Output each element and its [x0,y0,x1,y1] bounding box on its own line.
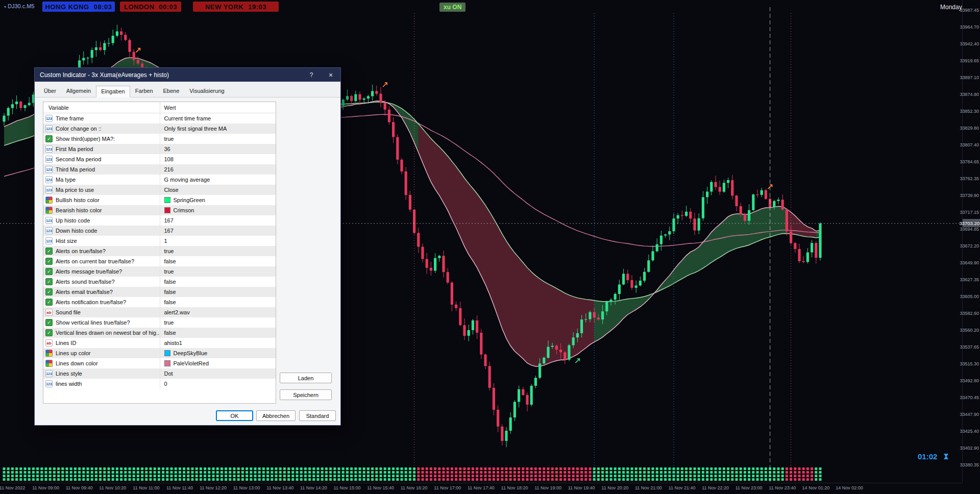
param-value[interactable]: true [160,134,276,144]
dialog-titlebar[interactable]: Custom Indicator - 3x Xuma(eAverages + h… [35,68,340,82]
close-icon[interactable]: × [322,68,339,82]
param-value[interactable]: Dot [160,368,276,379]
param-row[interactable]: ✓Show third(upper) MA?:true [43,134,276,144]
param-row[interactable]: ✓Alerts email true/false?false [43,287,276,297]
param-value[interactable]: 0 [160,379,276,389]
param-value[interactable]: true [160,246,276,256]
param-value[interactable]: Current time frame [160,113,276,124]
save-button[interactable]: Speichern [280,389,332,400]
param-row[interactable]: ✓Alerts message true/false?true [43,266,276,277]
param-row[interactable]: 123Time frameCurrent time frame [43,113,276,124]
param-row[interactable]: ✓Alerts notification true/false?false [43,297,276,307]
param-row[interactable]: ✓Alerts on true/false?true [43,246,276,256]
param-value[interactable]: SpringGreen [160,195,276,205]
param-value[interactable]: false [160,297,276,307]
xu-toggle-button[interactable]: xu ON [439,3,465,12]
param-value[interactable]: true [160,317,276,328]
param-value[interactable]: 167 [160,226,276,236]
param-row[interactable]: 123Hist size1 [43,236,276,246]
bool-type-icon: ✓ [45,288,53,295]
price-axis-label: 33964.70 [960,24,979,30]
time-axis-label: 11 Nov 2022 [0,485,25,490]
hourglass-icon [943,453,949,462]
price-axis-label: 33919.65 [960,58,979,63]
param-row[interactable]: 123Lines styleDot [43,368,276,379]
load-button[interactable]: Laden [280,373,332,383]
bool-type-icon: ✓ [45,278,53,285]
cancel-button[interactable]: Abbrechen [256,410,296,421]
param-value[interactable]: 108 [160,154,276,164]
param-row[interactable]: 123Third Ma period216 [43,164,276,175]
tab-ebene[interactable]: Ebene [158,85,185,97]
param-value[interactable]: PaleVioletRed [160,358,276,368]
param-row[interactable]: Lines up colorDeepSkyBlue [43,348,276,358]
param-label: ✓Alerts email true/false? [43,288,160,295]
param-row[interactable]: abLines IDahisto1 [43,338,276,348]
help-button[interactable]: ? [303,68,320,82]
param-row[interactable]: Bearish histo colorCrimson [43,205,276,215]
param-row[interactable]: 123Ma typeG moving average [43,175,276,185]
param-row[interactable]: ✓Alerts on current bar true/false?false [43,256,276,266]
param-row[interactable]: 123Color change on ::Only first signal t… [43,124,276,134]
price-axis[interactable]: 33703.20 33987.4533964.7033942.4033919.6… [962,0,980,483]
tab-visualisierung[interactable]: Visualisierung [184,85,229,97]
param-row[interactable]: ✓Alerts sound true/false?false [43,277,276,287]
numeric-type-icon: 123 [45,125,53,132]
tab-allgemein[interactable]: Allgemein [61,85,96,97]
ok-button[interactable]: OK [216,410,253,421]
candle-countdown: 01:02 [918,452,937,461]
tab-eingaben[interactable]: Eingaben [96,86,130,97]
time-axis-label: 11 Nov 09:00 [32,485,59,490]
price-axis-label: 33515.30 [960,361,979,366]
param-row[interactable]: ✓Show vertical lines true/false?true [43,317,276,328]
param-row[interactable]: 123lines width0 [43,379,276,389]
param-value[interactable]: 167 [160,215,276,226]
tab-farben[interactable]: Farben [130,85,158,97]
param-row[interactable]: 123First Ma period36 [43,144,276,154]
param-value[interactable]: DeepSkyBlue [160,348,276,358]
param-row[interactable]: 123Ma price to useClose [43,185,276,195]
param-label: Lines down color [43,360,160,367]
param-value[interactable]: false [160,328,276,338]
time-axis[interactable]: 11 Nov 202211 Nov 09:0011 Nov 09:4011 No… [0,483,962,494]
tab-über[interactable]: Über [39,85,61,97]
param-value[interactable]: false [160,277,276,287]
param-row[interactable]: ✓Vertical lines drawn on newest bar of h… [43,328,276,338]
param-value[interactable]: 36 [160,144,276,154]
dialog-title: Custom Indicator - 3x Xuma(eAverages + h… [40,71,169,79]
param-value[interactable]: false [160,287,276,297]
param-value[interactable]: ahisto1 [160,338,276,348]
param-row[interactable]: abSound filealert2.wav [43,307,276,317]
param-value[interactable]: alert2.wav [160,307,276,317]
time-axis-label: 11 Nov 15:00 [334,485,361,490]
param-row[interactable]: Lines down colorPaleVioletRed [43,358,276,368]
param-row[interactable]: 123Up histo code167 [43,215,276,226]
param-row[interactable]: 123Down histo code167 [43,226,276,236]
param-table: Variable Wert 123Time frameCurrent time … [43,102,276,404]
col-variable: Variable [43,105,160,111]
param-value[interactable]: Close [160,185,276,195]
param-table-body: 123Time frameCurrent time frame123Color … [43,113,276,389]
param-value[interactable]: Crimson [160,205,276,215]
param-value[interactable]: 1 [160,236,276,246]
time-axis-label: 14 Nov 02:00 [836,485,863,490]
param-row[interactable]: 123Second Ma period108 [43,154,276,164]
param-value[interactable]: G moving average [160,175,276,185]
time-axis-label: 11 Nov 12:20 [200,485,227,490]
param-label: 123Third Ma period [43,166,160,173]
param-value[interactable]: true [160,266,276,277]
default-button[interactable]: Standard [299,410,336,421]
time-axis-label: 11 Nov 20:20 [601,485,628,490]
param-value[interactable]: Only first signal three MA [160,124,276,134]
param-label: ✓Alerts on current bar true/false? [43,258,160,265]
param-value[interactable]: false [160,256,276,266]
param-value[interactable]: 216 [160,164,276,175]
price-axis-label: 33672.20 [960,243,979,249]
string-type-icon: ab [45,309,53,316]
param-label: ✓Alerts notification true/false? [43,299,160,306]
time-axis-label: 11 Nov 17:40 [468,485,495,490]
param-label: 123Color change on :: [43,125,160,132]
param-row[interactable]: Bullish histo colorSpringGreen [43,195,276,205]
time-axis-label: 11 Nov 23:00 [736,485,763,490]
param-label: Bearish histo color [43,207,160,214]
